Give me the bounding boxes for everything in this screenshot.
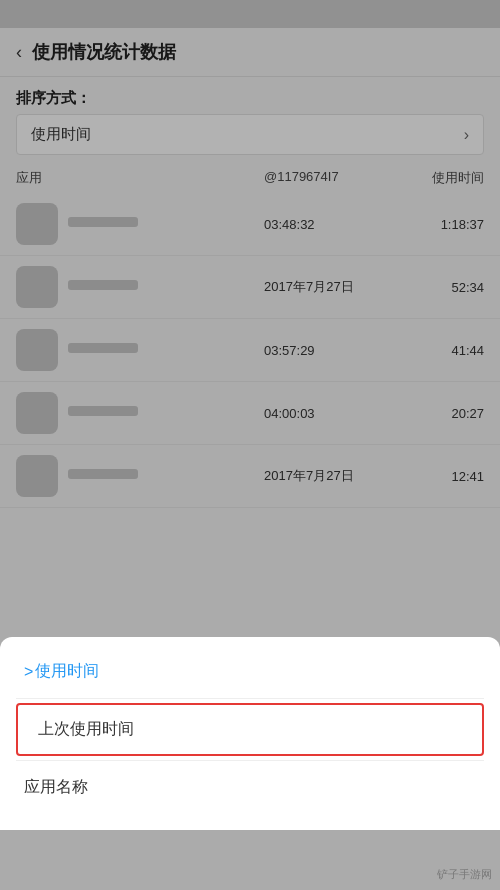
sort-dropdown-menu: 使用时间 上次使用时间 应用名称: [0, 637, 500, 830]
dropdown-item-last-use-label: 上次使用时间: [38, 719, 134, 740]
dropdown-item-last-use[interactable]: 上次使用时间: [16, 703, 484, 756]
dropdown-item-app-name-label: 应用名称: [24, 777, 88, 798]
screen: ‹ 使用情况统计数据 排序方式： 使用时间 › 应用 @1179674I7 使用…: [0, 0, 500, 890]
dropdown-item-use-time[interactable]: 使用时间: [0, 645, 500, 698]
dropdown-item-use-time-label: 使用时间: [35, 661, 99, 682]
dropdown-item-app-name[interactable]: 应用名称: [0, 761, 500, 814]
divider-1: [16, 698, 484, 699]
